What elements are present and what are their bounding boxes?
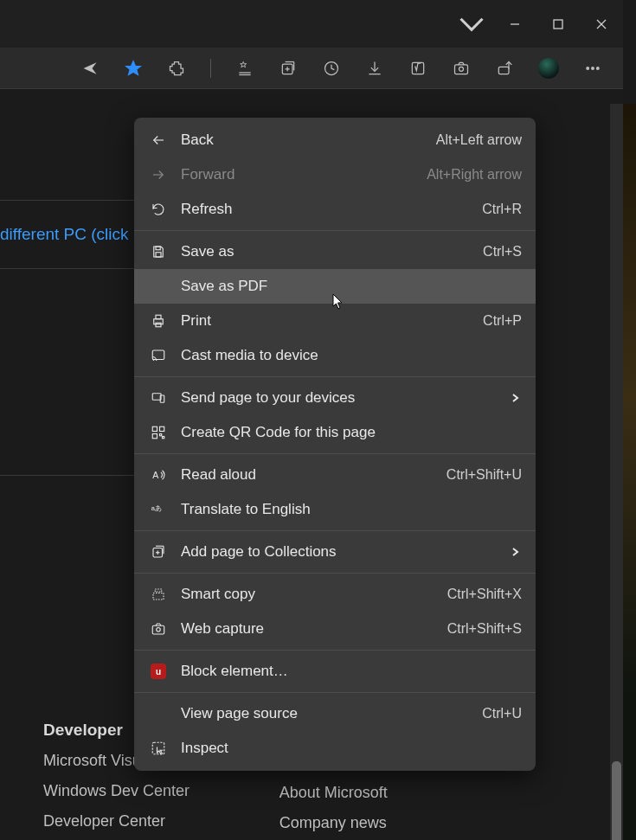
svg-rect-32: [152, 350, 164, 360]
context-menu-label: Smart copy: [181, 586, 447, 603]
context-menu-shortcut: Alt+Right arrow: [427, 167, 522, 183]
page-link-text[interactable]: different PC (click: [0, 225, 129, 244]
context-menu-item-send-page-to-your-devices[interactable]: Send page to your devices: [134, 381, 536, 415]
browser-toolbar: [0, 48, 623, 89]
context-menu-label: Block element…: [181, 663, 522, 680]
chevron-right-icon: [508, 394, 522, 402]
arrow-right-icon: [148, 164, 169, 185]
context-menu-item-create-qr-code-for-this-page[interactable]: Create QR Code for this page: [134, 415, 536, 450]
extensions-icon[interactable]: [167, 59, 186, 78]
refresh-icon: [148, 199, 169, 220]
context-menu-label: View page source: [181, 705, 482, 722]
web-capture-icon[interactable]: [452, 59, 471, 78]
svg-rect-30: [156, 315, 161, 319]
svg-rect-18: [455, 64, 468, 74]
math-solver-icon[interactable]: [408, 59, 427, 78]
context-menu-label: Web capture: [181, 620, 447, 638]
context-menu: BackAlt+Left arrowForwardAlt+Right arrow…: [134, 118, 536, 771]
window-titlebar: [0, 0, 623, 48]
context-menu-item-smart-copy[interactable]: Smart copyCtrl+Shift+X: [134, 577, 536, 612]
more-menu-icon[interactable]: [583, 59, 602, 78]
context-menu-separator: [134, 650, 536, 651]
profile-avatar[interactable]: [538, 58, 559, 79]
context-menu-label: Refresh: [181, 201, 482, 218]
qr-icon: [148, 422, 169, 443]
svg-rect-35: [152, 426, 157, 431]
collections-icon[interactable]: [279, 59, 298, 78]
footer-link[interactable]: Windows Dev Center: [43, 782, 202, 800]
tab-actions-dropdown[interactable]: [450, 7, 493, 42]
maximize-button[interactable]: [536, 7, 580, 42]
context-menu-label: Read aloud: [181, 466, 446, 484]
svg-rect-37: [152, 434, 157, 439]
context-menu-label: Print: [181, 312, 483, 330]
context-menu-label: Add page to Collections: [181, 543, 508, 561]
context-menu-separator: [134, 573, 536, 574]
context-menu-item-print[interactable]: PrintCtrl+P: [134, 304, 536, 338]
favorites-list-icon[interactable]: [235, 59, 254, 78]
context-menu-separator: [134, 376, 536, 377]
downloads-icon[interactable]: [365, 59, 384, 78]
svg-rect-36: [160, 426, 164, 431]
footer-link[interactable]: Company news: [279, 814, 388, 832]
context-menu-separator: [134, 530, 536, 531]
context-menu-item-inspect[interactable]: Inspect: [134, 731, 536, 766]
favorite-star-icon[interactable]: [124, 59, 143, 78]
smart-copy-icon: [148, 584, 169, 605]
context-menu-label: Back: [181, 131, 436, 149]
context-menu-item-view-page-source[interactable]: View page sourceCtrl+U: [134, 696, 536, 731]
context-menu-item-save-as[interactable]: Save asCtrl+S: [134, 234, 536, 269]
context-menu-separator: [134, 453, 536, 454]
toolbar-separator: [210, 59, 211, 78]
context-menu-shortcut: Ctrl+R: [482, 202, 522, 217]
collections-icon: [148, 542, 169, 562]
history-icon[interactable]: [322, 59, 341, 78]
send-icon[interactable]: [80, 59, 100, 78]
context-menu-item-forward: ForwardAlt+Right arrow: [134, 157, 536, 192]
minimize-button[interactable]: [493, 7, 536, 42]
read-aloud-icon: A: [148, 465, 169, 485]
svg-point-23: [592, 67, 594, 69]
footer-link[interactable]: Developer Center: [43, 812, 202, 830]
context-menu-item-save-as-pdf[interactable]: Save as PDF: [134, 269, 536, 304]
context-menu-item-cast-media-to-device[interactable]: Cast media to device: [134, 338, 536, 373]
svg-rect-39: [163, 437, 164, 439]
svg-rect-20: [498, 67, 509, 74]
context-menu-label: Cast media to device: [181, 347, 522, 364]
context-menu-shortcut: Ctrl+Shift+S: [447, 621, 522, 637]
context-menu-shortcut: Ctrl+Shift+X: [447, 587, 522, 602]
context-menu-shortcut: Ctrl+Shift+U: [446, 467, 522, 483]
context-menu-label: Forward: [181, 166, 427, 183]
context-menu-item-read-aloud[interactable]: ARead aloudCtrl+Shift+U: [134, 458, 536, 492]
devices-icon: [148, 388, 169, 408]
context-menu-separator: [134, 230, 536, 231]
svg-marker-5: [126, 61, 141, 74]
context-menu-item-add-page-to-collections[interactable]: Add page to Collections: [134, 535, 536, 569]
vertical-scrollbar[interactable]: [610, 104, 623, 840]
context-menu-shortcut: Ctrl+S: [483, 244, 522, 260]
save-icon: [148, 241, 169, 262]
share-icon[interactable]: [495, 59, 514, 78]
context-menu-label: Save as: [181, 243, 483, 260]
svg-rect-1: [554, 20, 562, 29]
context-menu-item-back[interactable]: BackAlt+Left arrow: [134, 123, 536, 157]
inspect-icon: [148, 738, 169, 759]
footer-link[interactable]: About Microsoft: [279, 784, 388, 802]
svg-rect-33: [152, 394, 161, 401]
context-menu-item-block-element[interactable]: uBlock element…: [134, 654, 536, 689]
context-menu-item-refresh[interactable]: RefreshCtrl+R: [134, 192, 536, 227]
close-button[interactable]: [580, 7, 623, 42]
svg-rect-38: [160, 434, 162, 436]
arrow-left-icon: [148, 130, 169, 151]
svg-point-48: [157, 628, 161, 632]
desktop-background: [623, 104, 636, 840]
context-menu-item-web-capture[interactable]: Web captureCtrl+Shift+S: [134, 612, 536, 646]
scrollbar-thumb[interactable]: [612, 761, 621, 840]
context-menu-label: Save as PDF: [181, 278, 522, 295]
svg-point-24: [597, 67, 600, 69]
context-menu-label: Create QR Code for this page: [181, 424, 522, 441]
context-menu-item-translate-to-english[interactable]: aあTranslate to English: [134, 492, 536, 527]
translate-icon: aあ: [148, 499, 169, 520]
svg-rect-31: [156, 323, 161, 327]
svg-marker-6: [241, 61, 247, 67]
